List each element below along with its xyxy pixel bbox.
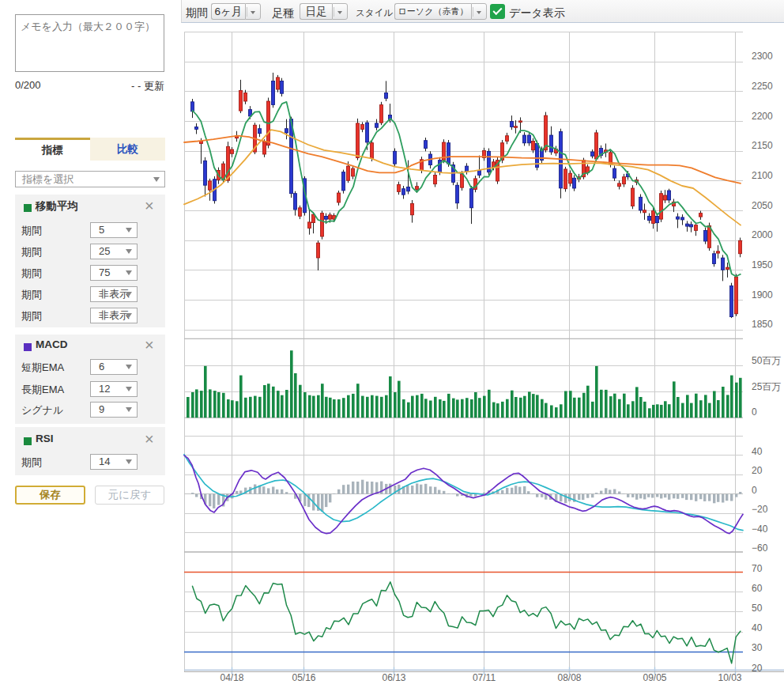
svg-text:30: 30 [752,642,763,653]
svg-text:07/11: 07/11 [473,672,496,683]
svg-text:2300: 2300 [752,51,773,62]
svg-text:50: 50 [752,603,763,614]
svg-text:50百万: 50百万 [752,355,781,366]
svg-text:−40: −40 [752,524,768,535]
svg-text:06/13: 06/13 [382,672,405,683]
svg-text:2250: 2250 [752,81,773,92]
svg-text:40: 40 [752,446,763,457]
svg-text:20: 20 [752,663,763,674]
svg-text:0: 0 [752,485,757,496]
svg-text:05/16: 05/16 [292,672,315,683]
svg-text:1950: 1950 [752,259,773,270]
svg-text:2100: 2100 [752,170,773,181]
svg-text:70: 70 [752,563,763,574]
svg-text:2200: 2200 [752,111,773,122]
svg-text:09/05: 09/05 [643,672,666,683]
svg-text:1850: 1850 [752,319,773,330]
svg-text:10/03: 10/03 [718,672,741,683]
svg-text:0: 0 [752,406,757,418]
svg-text:20: 20 [752,465,763,476]
svg-text:−20: −20 [752,504,768,515]
svg-text:2000: 2000 [752,229,773,240]
svg-text:2150: 2150 [752,140,773,151]
svg-text:04/18: 04/18 [220,672,243,683]
svg-text:60: 60 [752,583,763,594]
svg-text:−60: −60 [752,542,768,554]
svg-text:1900: 1900 [752,289,773,301]
svg-text:25百万: 25百万 [752,381,781,392]
svg-text:40: 40 [752,622,763,633]
svg-text:08/08: 08/08 [557,672,581,683]
svg-text:2050: 2050 [752,200,773,211]
